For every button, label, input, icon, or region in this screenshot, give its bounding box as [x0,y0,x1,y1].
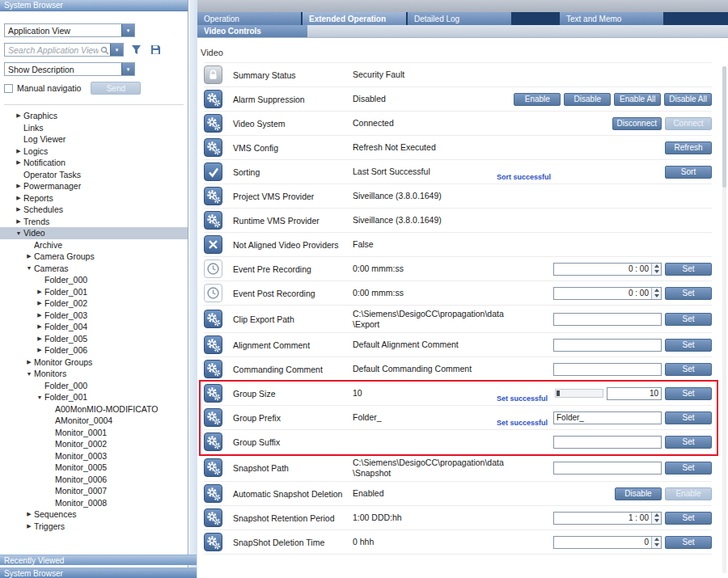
enable-all-button[interactable]: Enable All [614,93,661,106]
tree-item-triggers[interactable]: ▶Triggers [0,521,188,533]
tab-detailed-log[interactable]: Detailed Log [408,12,511,25]
chevron-down-icon[interactable] [121,63,134,75]
description-selector-dropdown[interactable]: Show Description [4,62,135,76]
chevron-right-icon[interactable]: ▶ [14,195,23,201]
chevron-right-icon[interactable]: ▶ [14,206,23,213]
tab-operation[interactable]: Operation [197,12,301,25]
tree-item-log-viewer[interactable]: Log Viewer [0,133,188,146]
group-size-slider[interactable] [555,389,603,398]
sidebar-title-bar[interactable]: System Browser [0,0,188,11]
tree-item-sequences[interactable]: ▶Sequences [0,508,188,521]
tree-item-monitor-0006[interactable]: Monitor_0006 [0,474,188,486]
snapshot-retention-period-set-button[interactable]: Set [665,512,712,525]
chevron-right-icon[interactable]: ▶ [14,159,23,166]
event-pre-recording-set-button[interactable]: Set [665,263,712,276]
tree-item-schedules[interactable]: ▶Schedules [0,204,188,216]
snapshot-deletion-time-input[interactable]: 0 [553,536,662,549]
group-suffix-set-button[interactable]: Set [665,436,712,449]
chevron-right-icon[interactable]: ▶ [14,148,23,154]
chevron-down-icon[interactable] [110,44,123,56]
panel-splitter[interactable] [189,0,197,578]
sort-button[interactable]: Sort [665,166,712,179]
tree-item-monitor-0008[interactable]: Monitor_0008 [0,497,188,509]
chevron-down-icon[interactable]: ▼ [14,230,23,236]
chevron-right-icon[interactable]: ▶ [24,359,34,365]
filter-icon[interactable] [129,44,143,57]
tree-item-monitor-0002[interactable]: Monitor_0002 [0,438,188,450]
recently-viewed-bar[interactable]: Recently Viewed [0,555,197,565]
tree-item-folder-000[interactable]: Folder_000 [0,380,188,392]
spin-up-icon[interactable] [652,288,661,293]
chevron-right-icon[interactable]: ▶ [14,112,23,119]
search-input[interactable]: Search Application View [4,43,124,57]
tree-item-folder-001[interactable]: ▼Folder_001 [0,391,188,403]
clip-export-path-set-button[interactable]: Set [665,313,712,326]
slider-handle[interactable] [557,390,560,396]
enable-button[interactable]: Enable [514,93,561,106]
group-prefix-input[interactable]: Folder_ [553,411,662,424]
chevron-down-icon[interactable]: ▼ [24,371,34,377]
tree-item-amonitor-0004[interactable]: AMonitor_0004 [0,415,188,427]
vertical-scrollbar[interactable] [722,66,726,573]
chevron-right-icon[interactable]: ▶ [35,312,44,319]
tree-item-links[interactable]: Links [0,122,188,134]
tree-item-video[interactable]: ▼Video [0,227,188,239]
scrollbar-thumb[interactable] [722,66,726,188]
chevron-right-icon[interactable]: ▶ [14,183,23,189]
snapshot-deletion-time-set-button[interactable]: Set [665,536,712,549]
tree-item-folder-002[interactable]: ▶Folder_002 [0,297,188,310]
spin-down-icon[interactable] [652,269,661,275]
tree-item-monitors[interactable]: ▼Monitors [0,368,188,380]
spin-up-icon[interactable] [652,264,661,269]
tree-item-monitor-0001[interactable]: Monitor_0001 [0,427,188,439]
disconnect-button[interactable]: Disconnect [612,117,662,130]
chevron-right-icon[interactable]: ▶ [24,523,34,529]
spin-down-icon[interactable] [652,542,661,548]
chevron-right-icon[interactable]: ▶ [24,511,34,517]
chevron-right-icon[interactable]: ▶ [24,253,34,259]
tree-item-a00monmio-modificato[interactable]: A00MonMIO-MODIFICATO [0,403,188,416]
snapshot-path-input[interactable] [553,462,662,475]
tree-item-folder-005[interactable]: ▶Folder_005 [0,333,188,345]
alignment-comment-input[interactable] [553,339,662,352]
tree-item-archive[interactable]: Archive [0,239,188,251]
chevron-down-icon[interactable] [121,24,134,36]
tree-item-operator-tasks[interactable]: Operator Tasks [0,169,188,181]
tree-item-folder-003[interactable]: ▶Folder_003 [0,310,188,322]
group-size-input[interactable]: 10 [607,387,662,400]
commanding-comment-input[interactable] [553,363,662,376]
disable-button[interactable]: Disable [615,487,662,500]
tab-text-and-memo[interactable]: Text and Memo [560,12,663,25]
tree-item-folder-006[interactable]: ▶Folder_006 [0,344,188,357]
alignment-comment-set-button[interactable]: Set [665,339,712,352]
tree-item-monitor-0005[interactable]: Monitor_0005 [0,462,188,474]
commanding-comment-set-button[interactable]: Set [665,363,712,376]
chevron-right-icon[interactable]: ▶ [35,300,44,306]
system-browser-bar[interactable]: System Browser [0,567,197,578]
tab-extended-operation[interactable]: Extended Operation [303,12,406,25]
group-size-set-button[interactable]: Set [665,387,712,400]
tree-item-logics[interactable]: ▶Logics [0,146,188,158]
spin-up-icon[interactable] [652,537,661,542]
event-post-recording-input[interactable]: 0 : 00 [553,287,662,300]
tree-item-monitor-0007[interactable]: Monitor_0007 [0,485,188,497]
event-pre-recording-input[interactable]: 0 : 00 [553,263,662,276]
disable-all-button[interactable]: Disable All [664,93,712,106]
tree-item-folder-001[interactable]: ▶Folder_001 [0,286,188,298]
view-selector-dropdown[interactable]: Application View [4,23,135,37]
manual-navigation-checkbox[interactable] [4,84,13,93]
chevron-right-icon[interactable]: ▶ [35,347,44,353]
snapshot-path-set-button[interactable]: Set [665,462,712,475]
chevron-right-icon[interactable]: ▶ [14,218,23,225]
tree-item-powermanager[interactable]: ▶Powermanager [0,180,188,192]
chevron-right-icon[interactable]: ▶ [35,323,44,330]
spin-down-icon[interactable] [652,293,661,299]
group-suffix-input[interactable] [553,436,662,449]
tree-item-folder-000[interactable]: Folder_000 [0,274,188,286]
clip-export-path-input[interactable] [553,313,662,326]
tree-item-monitor-0003[interactable]: Monitor_0003 [0,450,188,462]
spin-up-icon[interactable] [652,513,661,518]
tree-item-folder-004[interactable]: ▶Folder_004 [0,321,188,333]
tree-item-reports[interactable]: ▶Reports [0,192,188,205]
event-post-recording-set-button[interactable]: Set [665,287,712,300]
